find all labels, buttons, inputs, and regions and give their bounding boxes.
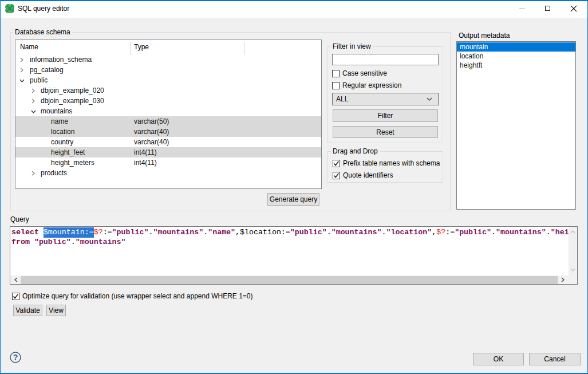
svg-text:?: ? <box>13 353 18 362</box>
